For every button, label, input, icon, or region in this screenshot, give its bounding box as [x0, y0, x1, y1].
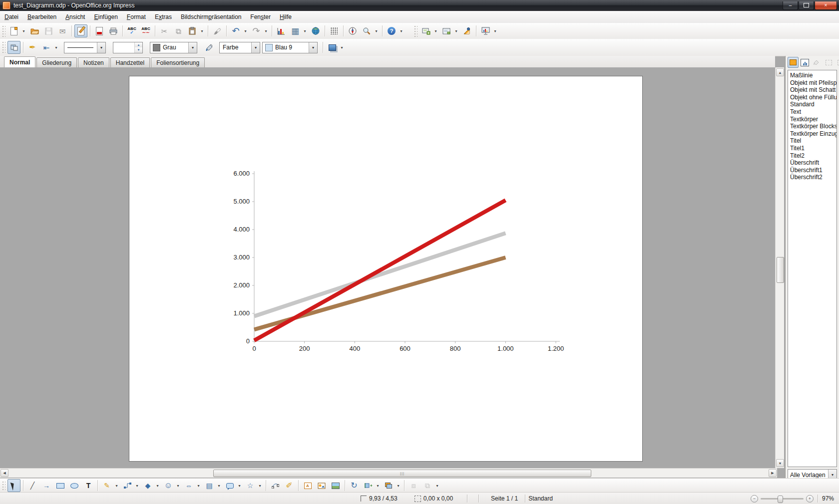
style-list-item[interactable]: Objekt mit Pfeilsp	[790, 79, 837, 87]
style-list-item[interactable]: Titel	[790, 137, 837, 145]
redo-button[interactable]: ↷	[250, 24, 263, 37]
hyperlink-button[interactable]	[309, 24, 322, 37]
line-width-stepper[interactable]: ▲▼	[113, 42, 143, 53]
new-slide-dropdown[interactable]: ▾	[433, 25, 438, 37]
arrange-dropdown[interactable]: ▾	[396, 480, 401, 492]
symbol-shapes-button[interactable]: ☺	[162, 479, 175, 492]
line-fill-overflow[interactable]: ▾	[339, 41, 345, 53]
zoom-slider-thumb[interactable]	[778, 496, 783, 503]
paste-button[interactable]	[186, 24, 199, 37]
arrow-style-button[interactable]: ⇤	[40, 41, 53, 54]
style-list-item[interactable]: Standard	[790, 101, 837, 108]
view-tab[interactable]: Notizen	[78, 57, 109, 67]
style-list-item[interactable]: Titel1	[790, 145, 837, 152]
line-dialog-button[interactable]: ✒	[26, 41, 39, 54]
undo-dropdown[interactable]: ▾	[243, 25, 248, 37]
menu-item[interactable]: Einfügen	[90, 12, 121, 22]
symbol-shapes-dropdown[interactable]: ▾	[175, 480, 181, 492]
view-tab[interactable]: Normal	[4, 56, 35, 67]
stars-dropdown[interactable]: ▾	[257, 480, 263, 492]
basic-shapes-dropdown[interactable]: ▾	[155, 480, 160, 492]
ungroup-button[interactable]: ⧉	[421, 479, 434, 492]
toolbar-overflow[interactable]: ▾	[399, 25, 404, 37]
select-button[interactable]	[7, 479, 20, 492]
line-color-select[interactable]: Grau ▾	[150, 42, 197, 53]
insert-image-button[interactable]	[329, 479, 342, 492]
slide-canvas[interactable]: 02004006008001.0001.20001.0002.0003.0004…	[0, 67, 775, 468]
export-pdf-button[interactable]	[93, 24, 106, 37]
zoom-in-button[interactable]: +	[806, 495, 814, 503]
style-list-item[interactable]: Objekt mit Schatt	[790, 86, 837, 94]
style-list-item[interactable]: Überschrift	[790, 159, 837, 167]
undo-button[interactable]: ↶	[229, 24, 242, 37]
connector-tool-button[interactable]	[121, 479, 134, 492]
fill-color-select[interactable]: Blau 9 ▾	[262, 42, 318, 53]
style-list-item[interactable]: Maßlinie	[790, 72, 837, 79]
new-document-button[interactable]	[7, 24, 20, 37]
new-document-dropdown[interactable]: ▾	[21, 25, 26, 37]
shadow-button[interactable]	[326, 41, 339, 54]
stars-button[interactable]: ☆	[244, 479, 257, 492]
help-button[interactable]: ?	[385, 24, 398, 37]
email-button[interactable]: ✉	[56, 24, 69, 37]
new-style-from-selection-button[interactable]	[823, 57, 834, 68]
zoom-out-button[interactable]: −	[751, 495, 758, 503]
style-list-item[interactable]: Objekt ohne Füllu	[790, 94, 837, 101]
view-tab[interactable]: Gliederung	[36, 57, 77, 67]
menu-item[interactable]: Ansicht	[61, 12, 89, 22]
cut-button[interactable]: ✂	[158, 24, 171, 37]
slide-design-button[interactable]	[460, 24, 473, 37]
slide-layout-dropdown[interactable]: ▾	[453, 25, 459, 37]
block-arrows-dropdown[interactable]: ▾	[196, 480, 201, 492]
zoom-dropdown[interactable]: ▾	[374, 25, 379, 37]
open-button[interactable]	[28, 24, 41, 37]
display-grid-button[interactable]	[328, 24, 341, 37]
text-frame-button[interactable]: A	[301, 479, 314, 492]
basic-shapes-button[interactable]: ◆	[141, 479, 154, 492]
group-button[interactable]: ⧈	[407, 479, 420, 492]
new-slide-button[interactable]	[420, 24, 432, 37]
edit-points-button[interactable]	[269, 479, 282, 492]
redo-dropdown[interactable]: ▾	[263, 25, 269, 37]
style-list-item[interactable]: Textkörper Einzug	[790, 130, 837, 138]
gallery-button[interactable]	[315, 479, 328, 492]
insert-table-button[interactable]: ▦	[289, 24, 302, 37]
print-button[interactable]	[107, 24, 120, 37]
presentation-styles-button[interactable]	[800, 57, 811, 68]
block-arrows-button[interactable]: ⇔	[182, 479, 195, 492]
fill-format-mode-button[interactable]	[812, 57, 823, 68]
area-dialog-button[interactable]	[203, 41, 216, 54]
menu-item[interactable]: Hilfe	[276, 12, 296, 22]
gray-series[interactable]	[254, 233, 505, 316]
slide-show-button[interactable]	[479, 24, 492, 37]
alignment-button[interactable]	[362, 479, 375, 492]
ellipse-tool-button[interactable]	[68, 479, 81, 492]
toolbar-grip[interactable]	[1, 40, 5, 54]
stepper-arrows[interactable]: ▲▼	[134, 42, 142, 53]
zoom-slider[interactable]: − +	[751, 495, 814, 503]
drawbar-overflow[interactable]: ▾	[434, 480, 440, 492]
menu-item[interactable]: Fenster	[246, 12, 275, 22]
zoom-slider-track[interactable]	[761, 498, 804, 500]
copy-button[interactable]: ⧉	[172, 24, 185, 37]
presentation-toolbar-grip[interactable]	[414, 24, 418, 37]
callouts-dropdown[interactable]: ▾	[237, 480, 242, 492]
horizontal-scrollbar[interactable]: ◀ ||| ▶	[0, 468, 777, 478]
callouts-button[interactable]	[223, 479, 236, 492]
vertical-scrollbar[interactable]: ▲ ▼	[775, 67, 784, 468]
graphics-styles-button[interactable]	[788, 57, 799, 68]
arrow-tool-button[interactable]: →	[40, 479, 53, 492]
update-style-button[interactable]	[835, 57, 839, 68]
style-list-item[interactable]: Überschrift2	[790, 174, 837, 181]
spellcheck-button[interactable]: ABC✓	[125, 24, 138, 37]
paste-dropdown[interactable]: ▾	[199, 25, 205, 37]
save-button[interactable]	[42, 24, 55, 37]
rotate-button[interactable]: ↻	[348, 479, 361, 492]
menu-item[interactable]: Bearbeiten	[23, 12, 60, 22]
presentation-toolbar-overflow[interactable]: ▾	[492, 25, 498, 37]
scroll-up-button[interactable]: ▲	[776, 68, 784, 76]
line-style-select[interactable]: ▾	[64, 42, 106, 53]
maximize-button[interactable]	[799, 1, 814, 10]
arrow-style-dropdown[interactable]: ▾	[53, 41, 59, 53]
menu-item[interactable]: Datei	[0, 12, 22, 22]
